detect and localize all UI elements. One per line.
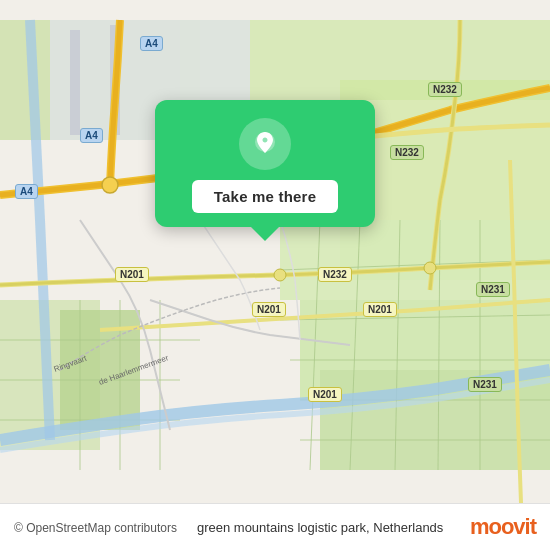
road-label-n231-bot: N231 [468, 377, 502, 392]
attribution-text: © OpenStreetMap contributors green mount… [14, 520, 443, 535]
road-label-n201-mid: N201 [252, 302, 286, 317]
location-pin-icon [239, 118, 291, 170]
osm-attribution: © OpenStreetMap contributors [14, 521, 177, 535]
moovit-logo: moovit [470, 514, 536, 540]
take-me-there-button[interactable]: Take me there [192, 180, 338, 213]
road-label-a4-left: A4 [15, 184, 38, 199]
map-background: Ringvaart de Haarlemmermeer [0, 0, 550, 550]
attribution-bar: © OpenStreetMap contributors green mount… [0, 503, 550, 550]
moovit-logo-text: moovit [470, 514, 536, 540]
svg-point-31 [424, 262, 436, 274]
road-label-n232-mid: N232 [318, 267, 352, 282]
road-label-n201-left: N201 [115, 267, 149, 282]
location-name: green mountains logistic park, Netherlan… [197, 520, 443, 535]
popup-card: Take me there [155, 100, 375, 227]
road-label-n231-top: N231 [476, 282, 510, 297]
map-container: Ringvaart de Haarlemmermeer A4 A4 A4 N23… [0, 0, 550, 550]
road-label-n201-bot: N201 [308, 387, 342, 402]
road-label-a4-mid: A4 [80, 128, 103, 143]
svg-rect-26 [70, 30, 80, 135]
road-label-n232-right: N232 [390, 145, 424, 160]
road-label-n232-top: N232 [428, 82, 462, 97]
svg-point-28 [102, 177, 118, 193]
svg-point-30 [274, 269, 286, 281]
road-label-a4-top: A4 [140, 36, 163, 51]
road-label-n201-right: N201 [363, 302, 397, 317]
